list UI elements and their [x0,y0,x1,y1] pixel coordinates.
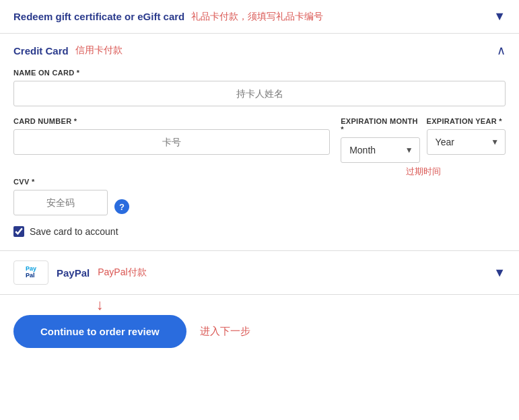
gift-certificate-row[interactable]: Redeem gift certificate or eGift card 礼品… [0,0,519,34]
credit-card-section: Credit Card 信用卡付款 ∧ NAME ON CARD CARD NU… [0,34,519,251]
paypal-title: PayPal [57,267,90,279]
expiration-group: EXPIRATION MONTH Month 01020304 05060708… [341,117,506,178]
cvv-label: CVV [13,178,108,186]
continue-btn-wrap: ↓ Continue to order review [13,315,186,348]
exp-year-field: EXPIRATION YEAR Year 2024202520262027 20… [427,117,506,163]
name-on-card-field: NAME ON CARD [13,69,506,106]
gift-chevron: ▼ [493,9,506,24]
credit-card-chevron: ∧ [497,43,506,58]
credit-card-title: Credit Card [13,45,69,57]
name-label: NAME ON CARD [13,69,506,77]
cvv-help-icon[interactable]: ? [114,199,129,214]
gift-title: Redeem gift certificate or eGift card [13,11,184,22]
expiration-hint: 过期时间 [341,166,506,178]
save-card-row: Save card to account [13,226,506,237]
paypal-left: Pay Pal PayPal PayPal付款 [13,260,147,285]
paypal-subtitle: PayPal付款 [98,267,146,279]
save-card-checkbox[interactable] [13,226,24,237]
card-number-input[interactable] [13,129,330,155]
paypal-logo: Pay Pal [13,260,48,285]
card-number-label: CARD NUMBER [13,117,330,125]
cvv-field: CVV [13,178,108,215]
exp-month-select[interactable]: Month 01020304 05060708 09101112 [341,137,419,163]
card-number-field: CARD NUMBER [13,117,330,155]
arrow-indicator: ↓ [96,296,104,314]
gift-subtitle: 礼品卡付款，须填写礼品卡编号 [191,11,323,23]
exp-month-wrapper: Month 01020304 05060708 09101112 ▼ [341,137,419,163]
credit-card-header: Credit Card 信用卡付款 ∧ [13,34,506,69]
continue-hint: 进入下一步 [200,325,250,338]
name-input[interactable] [13,81,506,106]
exp-year-select[interactable]: Year 2024202520262027 202820292030 [427,129,506,155]
card-exp-row: CARD NUMBER EXPIRATION MONTH Month 01020… [13,117,506,178]
continue-button[interactable]: Continue to order review [13,315,186,348]
paypal-section[interactable]: Pay Pal PayPal PayPal付款 ▼ [0,251,519,295]
continue-section: ↓ Continue to order review 进入下一步 [0,295,519,368]
exp-month-label: EXPIRATION MONTH [341,117,419,133]
exp-year-wrapper: Year 2024202520262027 202820292030 ▼ [427,129,506,155]
cvv-input[interactable] [13,190,108,215]
save-card-label: Save card to account [30,226,118,237]
exp-month-field: EXPIRATION MONTH Month 01020304 05060708… [341,117,419,163]
credit-card-subtitle: 信用卡付款 [75,44,123,57]
paypal-chevron: ▼ [493,266,506,280]
cvv-row: CVV ? [13,178,506,215]
exp-selects: EXPIRATION MONTH Month 01020304 05060708… [341,117,506,163]
exp-year-label: EXPIRATION YEAR [427,117,506,125]
